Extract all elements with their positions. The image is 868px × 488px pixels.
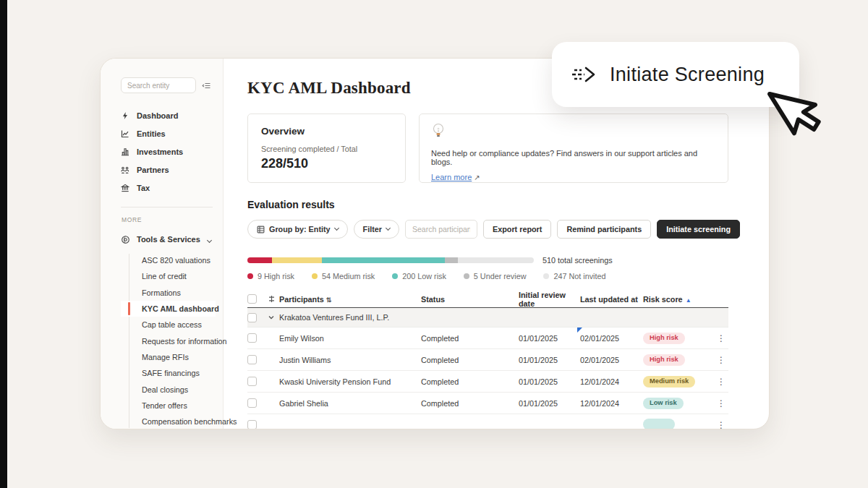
sidebar-item-tender-offers[interactable]: Tender offers: [121, 398, 216, 414]
segment-under-review: [445, 257, 458, 263]
risk-badge: Medium risk: [643, 376, 695, 388]
chevron-down-icon: [334, 226, 339, 231]
segment-low-risk: [322, 257, 445, 263]
group-by-button[interactable]: Group by: Entity: [247, 220, 348, 239]
filter-button[interactable]: Filter: [354, 220, 399, 239]
tools-services-icon: [121, 235, 130, 244]
risk-badge: High risk: [643, 354, 685, 366]
kebab-menu-icon[interactable]: ⋮: [710, 420, 728, 430]
kebab-menu-icon[interactable]: ⋮: [710, 355, 728, 365]
column-participants[interactable]: Participants⇅: [279, 295, 421, 304]
participant-status: Completed: [421, 334, 519, 343]
search-participant-input[interactable]: [405, 220, 477, 239]
sidebar-item-compensation-benchmarks[interactable]: Compensation benchmarks: [121, 414, 216, 429]
partners-icon: [121, 166, 129, 174]
last-updated-date: 12/01/2024: [580, 399, 619, 408]
legend-dot-under-review: [464, 273, 469, 279]
sidebar-item-kyc-aml-dashboard[interactable]: KYC AML dashboard: [121, 301, 216, 317]
chevron-down-icon: [208, 235, 211, 244]
help-text: Need help or compliance updates? Find an…: [431, 149, 716, 166]
sidebar-item-dashboard[interactable]: Dashboard: [121, 106, 216, 124]
sort-icon: ⇅: [326, 296, 332, 304]
row-checkbox[interactable]: [247, 420, 257, 429]
table-row[interactable]: Gabriel Shelia Completed 01/01/2025 12/0…: [247, 393, 728, 414]
initial-review-date: 01/01/2025: [519, 334, 580, 343]
sidebar-divider: [121, 207, 213, 207]
participants-table: Participants⇅ Status Initial review date…: [247, 291, 728, 429]
comment-flag: [577, 328, 582, 333]
legend-dot-not-invited: [543, 273, 549, 279]
sidebar-item-requests-for-information[interactable]: Requests for information: [121, 333, 216, 348]
sidebar-item-formations[interactable]: Formations: [121, 285, 216, 301]
group-checkbox[interactable]: [247, 313, 257, 322]
risk-legend: 9 High risk 54 Medium risk 200 Low risk …: [247, 272, 728, 281]
table-row[interactable]: ⋮: [247, 414, 728, 429]
participant-status: Completed: [421, 356, 519, 364]
participant-name: Justin Williams: [279, 356, 421, 364]
column-status[interactable]: Status: [421, 295, 519, 304]
sidebar-item-partners[interactable]: Partners: [121, 160, 216, 179]
column-last-updated-at[interactable]: Last updated at: [580, 295, 643, 304]
sidebar-item-label: Dashboard: [137, 111, 178, 120]
row-checkbox[interactable]: [247, 333, 257, 343]
search-input[interactable]: [121, 77, 196, 93]
kebab-menu-icon[interactable]: ⋮: [710, 333, 728, 343]
screen-edge-strip: [0, 0, 7, 488]
last-updated-date: 12/01/2024: [580, 377, 619, 386]
table-row[interactable]: Justin Williams Completed 01/01/2025 02/…: [247, 349, 728, 371]
sidebar-item-safe-financings[interactable]: SAFE financings: [121, 365, 216, 381]
table-toolbar: Group by: Entity Filter Export report Re…: [247, 220, 728, 239]
table-header-row: Participants⇅ Status Initial review date…: [247, 291, 728, 308]
grid-icon: [257, 226, 265, 234]
column-risk-score[interactable]: Risk score▲: [643, 295, 710, 304]
sidebar-item-line-of-credit[interactable]: Line of credit: [121, 268, 216, 284]
help-card: Need help or compliance updates? Find an…: [419, 114, 728, 183]
table-row[interactable]: Kwaski University Pension Fund Completed…: [247, 371, 728, 393]
sidebar-item-manage-rfis[interactable]: Manage RFIs: [121, 349, 216, 365]
overview-subtitle: Screening completed / Total: [261, 145, 392, 153]
row-checkbox[interactable]: [247, 398, 257, 408]
tax-icon: [121, 184, 129, 192]
group-row[interactable]: Krakatoa Ventures Fund III, L.P.: [247, 308, 728, 328]
sidebar-item-deal-closings[interactable]: Deal closings: [121, 381, 216, 397]
mouse-cursor: [752, 88, 846, 168]
screening-progress: 510 total screenings: [247, 256, 728, 265]
main-content: KYC AML Dashboard Overview Screening com…: [224, 59, 769, 429]
chevron-down-icon[interactable]: [263, 314, 279, 321]
row-checkbox[interactable]: [247, 355, 257, 364]
kebab-menu-icon[interactable]: ⋮: [710, 398, 728, 408]
tools-subnav: ASC 820 valuations Line of credit Format…: [121, 252, 216, 429]
last-updated-date: 02/01/2025: [580, 356, 619, 364]
segment-high-risk: [247, 257, 272, 263]
lightbulb-icon: [431, 123, 446, 140]
row-height-icon[interactable]: [263, 295, 279, 303]
learn-more-link[interactable]: Learn more: [431, 173, 472, 181]
sidebar-item-label: Partners: [137, 166, 169, 174]
risk-badge: [643, 419, 675, 430]
initiate-screening-button[interactable]: Initiate screening: [657, 220, 740, 239]
sidebar-item-cap-table-access[interactable]: Cap table access: [121, 317, 216, 333]
sidebar-item-investments[interactable]: Investments: [121, 142, 216, 160]
select-all-checkbox[interactable]: [247, 294, 257, 304]
sidebar-item-asc-820-valuations[interactable]: ASC 820 valuations: [121, 252, 216, 268]
kebab-menu-icon[interactable]: ⋮: [710, 377, 728, 387]
sidebar-item-tools-services[interactable]: Tools & Services: [121, 231, 216, 248]
export-report-button[interactable]: Export report: [483, 220, 551, 239]
participant-name: Gabriel Shelia: [279, 399, 421, 408]
table-row[interactable]: Emily Wilson Completed 01/01/2025 02/01/…: [247, 328, 728, 349]
entities-icon: [121, 129, 129, 138]
risk-badge: High risk: [643, 333, 685, 344]
participant-name: Emily Wilson: [279, 334, 421, 343]
sidebar-item-entities[interactable]: Entities: [121, 124, 216, 142]
external-link-icon: ↗: [474, 174, 480, 181]
participant-status: Completed: [421, 377, 519, 386]
evaluation-results-title: Evaluation results: [247, 199, 728, 210]
remind-participants-button[interactable]: Remind participants: [557, 220, 651, 239]
sidebar-collapse-icon[interactable]: [202, 81, 211, 90]
column-initial-review-date[interactable]: Initial review date: [519, 291, 580, 308]
row-checkbox[interactable]: [247, 377, 257, 386]
participant-status: Completed: [421, 399, 519, 408]
initial-review-date: 01/01/2025: [519, 356, 580, 364]
sidebar-item-label: Tax: [137, 184, 150, 192]
sidebar-item-tax[interactable]: Tax: [121, 179, 216, 197]
